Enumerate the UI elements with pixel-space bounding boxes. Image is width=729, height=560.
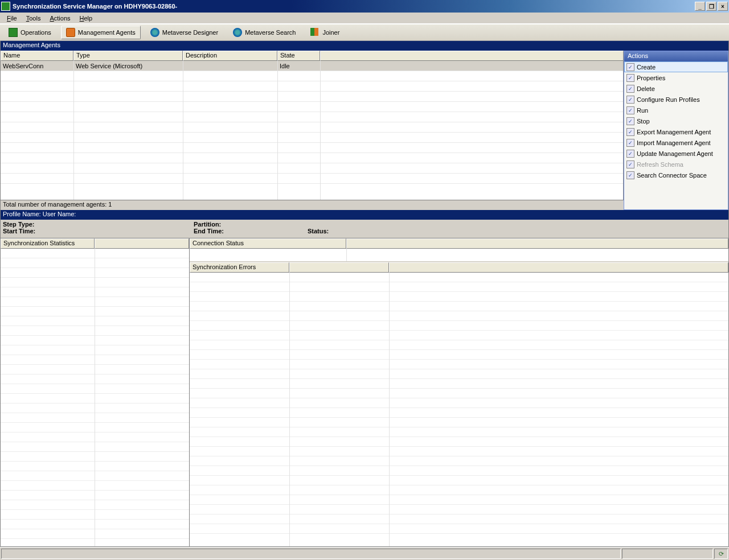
action-label: Search Connector Space <box>637 172 707 179</box>
ma-row[interactable]: WebServConn Web Service (Microsoft) Idle <box>1 61 623 71</box>
menu-file[interactable]: File <box>2 14 22 23</box>
action-update-management-agent[interactable]: ✓Update Management Agent <box>624 148 728 159</box>
sync-errors-col2[interactable] <box>289 262 389 273</box>
col-state[interactable]: State <box>277 51 320 61</box>
action-label: Properties <box>637 75 665 81</box>
ma-state: Idle <box>277 62 320 70</box>
ma-type: Web Service (Microsoft) <box>73 62 183 70</box>
toolbar-metaverse-search[interactable]: Metaverse Search <box>228 26 301 39</box>
status-cell-1 <box>1 549 621 559</box>
titlebar: Synchronization Service Manager on HDHY9… <box>0 0 729 13</box>
connection-status-body[interactable] <box>190 249 728 261</box>
management-agents-label: Management Agents <box>78 29 136 36</box>
action-label: Refresh Schema <box>637 161 683 168</box>
action-icon: ✓ <box>626 150 634 158</box>
action-icon: ✓ <box>626 63 634 71</box>
connection-status-header[interactable]: Connection Status <box>190 238 346 249</box>
action-import-management-agent[interactable]: ✓Import Management Agent <box>624 137 728 148</box>
menu-help[interactable]: Help <box>75 14 97 23</box>
action-label: Import Management Agent <box>637 139 711 146</box>
status-cell-icon: ⟳ <box>714 549 728 559</box>
toolbar-management-agents[interactable]: Management Agents <box>61 26 141 39</box>
metaverse-designer-icon <box>150 28 159 37</box>
action-icon: ✓ <box>626 171 634 179</box>
action-export-management-agent[interactable]: ✓Export Management Agent <box>624 126 728 137</box>
connection-status-col2[interactable] <box>346 238 728 249</box>
action-icon: ✓ <box>626 160 634 168</box>
toolbar-metaverse-designer[interactable]: Metaverse Designer <box>145 26 223 39</box>
client-area: Management Agents Name Type Description … <box>0 41 729 547</box>
minimize-button[interactable]: _ <box>695 2 705 11</box>
joiner-label: Joiner <box>322 29 339 36</box>
menu-actions[interactable]: Actions <box>45 14 75 23</box>
action-refresh-schema: ✓Refresh Schema <box>624 159 728 170</box>
col-description[interactable]: Description <box>183 51 277 61</box>
sync-errors-header[interactable]: Synchronization Errors <box>190 262 289 273</box>
ma-count: Total number of management agents: 1 <box>1 200 624 210</box>
action-icon: ✓ <box>626 85 634 93</box>
action-icon: ✓ <box>626 139 634 147</box>
action-icon: ✓ <box>626 74 634 82</box>
action-label: Configure Run Profiles <box>637 96 700 103</box>
toolbar-operations[interactable]: Operations <box>3 26 56 39</box>
operations-label: Operations <box>21 29 51 36</box>
col-name[interactable]: Name <box>1 51 73 61</box>
ma-name: WebServConn <box>1 62 73 70</box>
action-label: Create <box>637 64 656 71</box>
metaverse-search-label: Metaverse Search <box>245 29 296 36</box>
end-time-label: End Time: <box>194 228 224 234</box>
toolbar-joiner[interactable]: Joiner <box>305 26 345 39</box>
sync-stats-header[interactable]: Synchronization Statistics <box>1 238 95 249</box>
action-icon: ✓ <box>626 96 634 104</box>
sync-stats-col2[interactable] <box>95 238 189 249</box>
col-spacer <box>320 51 624 61</box>
menu-tools[interactable]: Tools <box>22 14 46 23</box>
action-label: Stop <box>637 118 650 125</box>
actions-pane: Actions ✓Create✓Properties✓Delete✓Config… <box>624 51 728 210</box>
operations-icon <box>9 28 18 37</box>
action-label: Update Management Agent <box>637 150 713 157</box>
management-agents-body[interactable]: WebServConn Web Service (Microsoft) Idle <box>1 61 624 200</box>
management-agents-grid: Name Type Description State WebServConn … <box>1 51 624 210</box>
action-create[interactable]: ✓Create <box>624 61 728 72</box>
action-search-connector-space[interactable]: ✓Search Connector Space <box>624 170 728 180</box>
action-run[interactable]: ✓Run <box>624 105 728 116</box>
sync-stats-panel: Synchronization Statistics <box>1 238 190 546</box>
profile-info: Step Type: Start Time: Partition: End Ti… <box>1 220 728 238</box>
maximize-button[interactable]: ❐ <box>706 2 716 11</box>
joiner-icon <box>310 28 320 37</box>
action-delete[interactable]: ✓Delete <box>624 83 728 94</box>
profile-header: Profile Name: User Name: <box>1 210 728 220</box>
action-label: Run <box>637 107 648 114</box>
management-agents-header: Management Agents <box>1 41 728 51</box>
statusbar: ⟳ <box>0 547 729 560</box>
start-time-label: Start Time: <box>3 228 35 234</box>
col-type[interactable]: Type <box>73 51 183 61</box>
action-properties[interactable]: ✓Properties <box>624 72 728 83</box>
actions-title: Actions <box>624 51 728 61</box>
action-configure-run-profiles[interactable]: ✓Configure Run Profiles <box>624 94 728 105</box>
menubar: File Tools Actions Help <box>0 13 729 24</box>
partition-label: Partition: <box>194 221 221 228</box>
management-agents-icon <box>66 28 75 37</box>
window-title: Synchronization Service Manager on HDHY9… <box>13 3 695 10</box>
step-type-label: Step Type: <box>3 221 34 228</box>
toolbar: Operations Management Agents Metaverse D… <box>0 24 729 41</box>
metaverse-designer-label: Metaverse Designer <box>162 29 218 36</box>
sync-errors-col3[interactable] <box>389 262 728 273</box>
app-icon <box>1 2 10 11</box>
action-icon: ✓ <box>626 106 634 114</box>
action-label: Delete <box>637 85 655 92</box>
status-cell-2 <box>622 549 713 559</box>
metaverse-search-icon <box>233 28 242 37</box>
action-stop[interactable]: ✓Stop <box>624 116 728 126</box>
refresh-icon: ⟳ <box>719 550 724 558</box>
action-icon: ✓ <box>626 117 634 125</box>
close-button[interactable]: × <box>718 2 728 11</box>
action-icon: ✓ <box>626 128 634 136</box>
connection-status-panel: Connection Status <box>190 238 728 261</box>
action-label: Export Management Agent <box>637 129 711 135</box>
ma-description <box>183 65 277 67</box>
sync-errors-body[interactable] <box>190 273 728 546</box>
sync-stats-body[interactable] <box>1 249 189 546</box>
